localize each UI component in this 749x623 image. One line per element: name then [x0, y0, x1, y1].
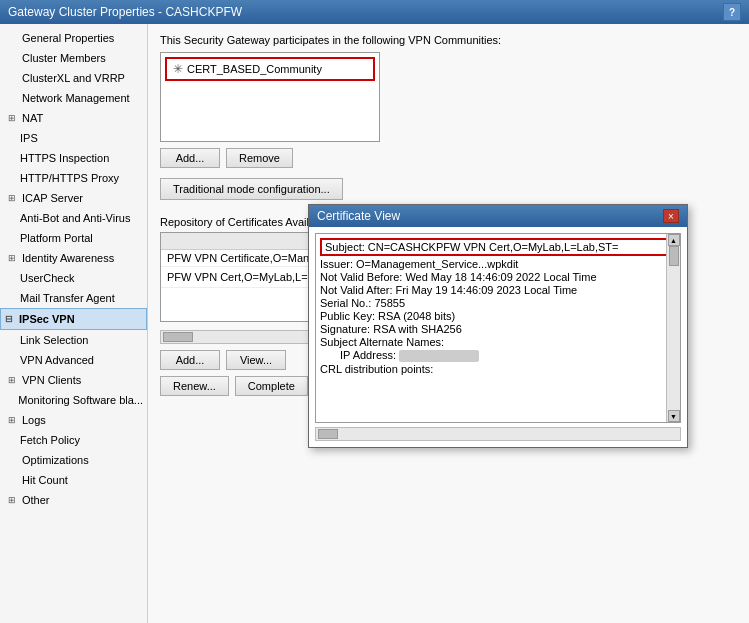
- sidebar-item-vpn-clients[interactable]: ⊞ VPN Clients: [0, 370, 147, 390]
- cert-view-dialog: Certificate View × Subject: CN=CASHCKPFW…: [308, 204, 688, 448]
- add-community-button[interactable]: Add...: [160, 148, 220, 168]
- scroll-down-arrow[interactable]: ▼: [668, 410, 680, 422]
- scroll-thumb: [669, 246, 679, 266]
- sidebar-item-ipsec-vpn[interactable]: ⊟ IPSec VPN: [0, 308, 147, 330]
- vpn-description: This Security Gateway participates in th…: [160, 34, 737, 46]
- sidebar-item-cluster-members[interactable]: Cluster Members: [0, 48, 147, 68]
- cert-text-area[interactable]: Subject: CN=CASHCKPFW VPN Cert,O=MyLab,L…: [315, 233, 681, 423]
- scroll-up-arrow[interactable]: ▲: [668, 234, 680, 246]
- sidebar-item-identity-awareness[interactable]: ⊞ Identity Awareness: [0, 248, 147, 268]
- scrollbar-thumb: [163, 332, 193, 342]
- expand-icon-nat: ⊞: [8, 110, 20, 126]
- sidebar-item-general-properties[interactable]: General Properties: [0, 28, 147, 48]
- cert-line-valid-after: Not Valid After: Fri May 19 14:46:09 202…: [320, 284, 676, 296]
- sidebar-item-https-inspection[interactable]: HTTPS Inspection: [0, 148, 147, 168]
- cert-line-serial: Serial No.: 75855: [320, 297, 676, 309]
- dialog-scroll-thumb: [318, 429, 338, 439]
- repo-renew-button[interactable]: Renew...: [160, 376, 229, 396]
- sidebar-item-clusterxl[interactable]: ClusterXL and VRRP: [0, 68, 147, 88]
- sidebar-item-http-proxy[interactable]: HTTP/HTTPS Proxy: [0, 168, 147, 188]
- cert-line-san: Subject Alternate Names:: [320, 336, 676, 348]
- sidebar-item-optimizations[interactable]: Optimizations: [0, 450, 147, 470]
- vpn-community-buttons: Add... Remove: [160, 148, 737, 168]
- cert-line-crl: CRL distribution points:: [320, 363, 676, 375]
- vpn-community-item[interactable]: ✳ CERT_BASED_Community: [165, 57, 375, 81]
- cert-dialog-title-bar: Certificate View ×: [309, 205, 687, 227]
- cert-dialog-close-button[interactable]: ×: [663, 209, 679, 223]
- sidebar-item-network-management[interactable]: Network Management: [0, 88, 147, 108]
- sidebar-item-usercheck[interactable]: UserCheck: [0, 268, 147, 288]
- cert-line-ip: IP Address:: [320, 349, 676, 362]
- sidebar-item-platform-portal[interactable]: Platform Portal: [0, 228, 147, 248]
- repo-complete-button[interactable]: Complete: [235, 376, 308, 396]
- sidebar-item-monitoring[interactable]: Monitoring Software bla...: [0, 390, 147, 410]
- content-area: This Security Gateway participates in th…: [148, 24, 749, 623]
- sidebar-item-anti-bot[interactable]: Anti-Bot and Anti-Virus: [0, 208, 147, 228]
- cert-subject-line: Subject: CN=CASHCKPFW VPN Cert,O=MyLab,L…: [320, 238, 676, 256]
- cert-line-issuer: Issuer: O=Management_Service...wpkdit: [320, 258, 676, 270]
- vertical-scrollbar[interactable]: ▲ ▼: [666, 234, 680, 422]
- main-container: General Properties Cluster Members Clust…: [0, 24, 749, 623]
- help-button[interactable]: ?: [723, 3, 741, 21]
- cert-line-public-key: Public Key: RSA (2048 bits): [320, 310, 676, 322]
- window-title: Gateway Cluster Properties - CASHCKPFW: [8, 5, 242, 19]
- cert-dialog-title: Certificate View: [317, 209, 400, 223]
- expand-icon-logs: ⊞: [8, 412, 20, 428]
- sidebar-item-icap-server[interactable]: ⊞ ICAP Server: [0, 188, 147, 208]
- expand-icon-other: ⊞: [8, 492, 20, 508]
- repo-view-button[interactable]: View...: [226, 350, 286, 370]
- cert-line-valid-before: Not Valid Before: Wed May 18 14:46:09 20…: [320, 271, 676, 283]
- title-bar: Gateway Cluster Properties - CASHCKPFW ?: [0, 0, 749, 24]
- sidebar-item-other[interactable]: ⊞ Other: [0, 490, 147, 510]
- sidebar-item-link-selection[interactable]: Link Selection: [0, 330, 147, 350]
- expand-icon-identity: ⊞: [8, 250, 20, 266]
- traditional-mode-button[interactable]: Traditional mode configuration...: [160, 178, 343, 200]
- sidebar-item-ips[interactable]: IPS: [0, 128, 147, 148]
- title-bar-buttons: ?: [723, 3, 741, 21]
- sidebar-item-logs[interactable]: ⊞ Logs: [0, 410, 147, 430]
- remove-community-button[interactable]: Remove: [226, 148, 293, 168]
- expand-icon-ipsec: ⊟: [5, 311, 17, 327]
- community-label: CERT_BASED_Community: [187, 63, 322, 75]
- sidebar-item-hit-count[interactable]: Hit Count: [0, 470, 147, 490]
- expand-icon-vpn-clients: ⊞: [8, 372, 20, 388]
- community-icon: ✳: [173, 62, 183, 76]
- ip-address-blurred: [399, 350, 479, 362]
- sidebar-item-mail-transfer[interactable]: Mail Transfer Agent: [0, 288, 147, 308]
- sidebar-item-fetch-policy[interactable]: Fetch Policy: [0, 430, 147, 450]
- dialog-horizontal-scrollbar[interactable]: [315, 427, 681, 441]
- repo-add-button[interactable]: Add...: [160, 350, 220, 370]
- sidebar: General Properties Cluster Members Clust…: [0, 24, 148, 623]
- expand-icon-icap: ⊞: [8, 190, 20, 206]
- scroll-track: [668, 246, 680, 410]
- cert-line-signature: Signature: RSA with SHA256: [320, 323, 676, 335]
- sidebar-item-vpn-advanced[interactable]: VPN Advanced: [0, 350, 147, 370]
- cert-dialog-content: Subject: CN=CASHCKPFW VPN Cert,O=MyLab,L…: [309, 227, 687, 447]
- sidebar-item-nat[interactable]: ⊞ NAT: [0, 108, 147, 128]
- vpn-communities-list[interactable]: ✳ CERT_BASED_Community: [160, 52, 380, 142]
